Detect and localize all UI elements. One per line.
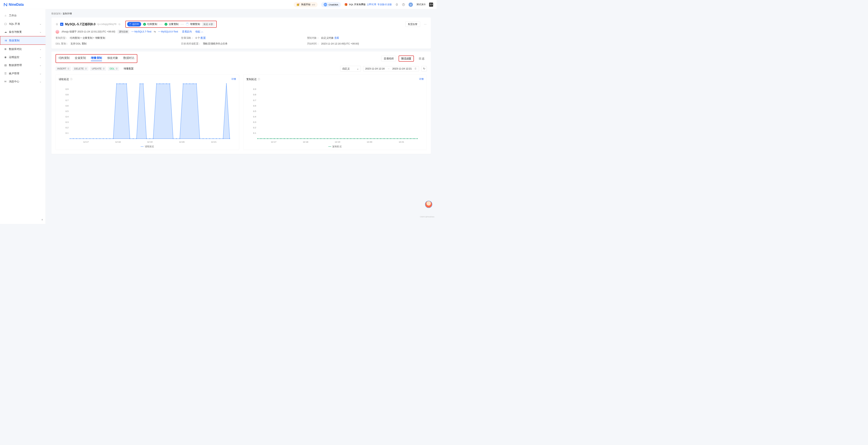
svg-point-123 — [394, 138, 395, 139]
database-icon: ▤ — [4, 64, 7, 67]
date-start: 2023-11-24 12:16 — [365, 67, 385, 70]
copy-icon: ⇉ — [4, 39, 7, 42]
source-db-link[interactable]: 〰MySQL5.7-Test — [131, 30, 151, 33]
svg-point-103 — [327, 138, 328, 139]
more-icon[interactable]: ⋯ — [424, 23, 427, 26]
svg-point-65 — [226, 83, 227, 84]
date-range-picker[interactable]: 2023-11-24 12:16 → 2023-11-24 12:21 🗓 — [363, 66, 419, 71]
rate-limit-button[interactable]: 限流设置 — [399, 56, 414, 62]
svg-point-88 — [277, 138, 278, 139]
svg-point-128 — [410, 138, 411, 139]
sidebar-item-ops[interactable]: ◉运维监控⌄ — [0, 53, 45, 61]
sidebar-item-sql[interactable]: ▢SQL 开发⌄ — [0, 20, 45, 28]
svg-point-29 — [106, 138, 107, 139]
mail-icon: ✉ — [4, 80, 7, 83]
quick-start-pill[interactable]: 🥳 快速开始 4/5 — [293, 2, 318, 7]
svg-point-35 — [126, 83, 127, 84]
logo[interactable]: NineData — [3, 3, 24, 7]
sidebar: ⌂工作台 ▢SQL 开发⌄ ☁备份与恢复⌄ ⇉数据复制 🗎数据库对比⌄ ◉运维监… — [0, 9, 46, 224]
svg-point-50 — [176, 138, 177, 139]
alert-config-button[interactable]: 配置告警 — [405, 22, 420, 27]
chatdba-pill[interactable]: AI ChatDBA — [321, 2, 341, 7]
tabs-box: 结构复制 全量复制 增量复制 修改对象 数据对比 — [56, 54, 137, 63]
chart-detail-link[interactable]: 详情 — [231, 77, 236, 81]
svg-point-118 — [377, 138, 378, 139]
user-name[interactable]: 测试演示 — [416, 3, 426, 6]
translate-icon[interactable]: 文A — [429, 3, 433, 7]
svg-point-98 — [310, 138, 311, 139]
help-icon[interactable]: ? — [258, 78, 260, 80]
svg-point-127 — [407, 138, 408, 139]
svg-text:12:18: 12:18 — [303, 141, 308, 143]
svg-point-54 — [189, 83, 190, 84]
config-alert-link[interactable]: 配置 — [200, 36, 206, 39]
collapse-link[interactable]: 收起︿ — [195, 30, 204, 34]
sidebar-item-datasource[interactable]: ▤数据源管理⌄ — [0, 61, 45, 69]
view-threads-button[interactable]: 查看线程 — [381, 56, 396, 62]
refresh-button[interactable]: ↻ — [421, 66, 427, 71]
chart-detail-link[interactable]: 详情 — [419, 77, 424, 81]
sidebar-item-replication[interactable]: ⇉数据复制 — [0, 36, 45, 45]
home-icon: ⌂ — [4, 14, 7, 17]
brand-text: NineData — [9, 3, 24, 7]
check-icon: ✓ — [143, 23, 146, 26]
pro-ent-link[interactable]: 专业版/企业版 — [377, 3, 392, 6]
pill-ddl[interactable]: DDL0 — [108, 67, 119, 71]
avatar[interactable]: U — [408, 2, 413, 7]
svg-text:0.4: 0.4 — [65, 115, 68, 118]
help-icon[interactable]: ? — [70, 78, 72, 80]
stage-struct: ✓结构复制 — [143, 23, 157, 26]
sidebar-item-msg[interactable]: ✉消息中心⌄ — [0, 77, 45, 85]
svg-point-49 — [173, 138, 174, 139]
tab-full[interactable]: 全量复制 — [75, 56, 86, 61]
tab-inc[interactable]: 增量复制 — [91, 56, 102, 61]
stage-inc: 增量复制 — [186, 23, 200, 26]
tab-modify[interactable]: 修改对象 — [107, 56, 118, 61]
pill-insert[interactable]: INSERT0 — [56, 67, 71, 71]
svg-point-110 — [350, 138, 351, 139]
db-glyph-icon: 〰 — [131, 30, 134, 33]
svg-point-20 — [76, 138, 77, 139]
sidebar-item-worktable[interactable]: ⌂工作台 — [0, 11, 45, 20]
breadcrumb: 数据复制 / 复制详情 — [52, 12, 431, 15]
bell-icon[interactable] — [395, 3, 398, 6]
sidebar-item-label: SQL 开发 — [9, 22, 20, 25]
star-icon[interactable] — [56, 23, 58, 26]
svg-rect-1 — [119, 24, 120, 25]
svg-text:0.3: 0.3 — [65, 121, 68, 124]
view-objects-link[interactable]: 查看 — [334, 36, 339, 39]
pill-delete[interactable]: DELETE0 — [72, 67, 88, 71]
collapse-sidebar-icon[interactable]: ≡ — [42, 218, 43, 221]
svg-text:0.5: 0.5 — [65, 110, 68, 112]
svg-point-87 — [274, 138, 275, 139]
logs-button[interactable]: 日 志 — [416, 56, 427, 62]
view-reverse-link[interactable]: 查看反向 — [182, 30, 192, 34]
svg-point-125 — [400, 138, 401, 139]
sidebar-item-account[interactable]: ☰账户管理⌄ — [0, 69, 45, 77]
monitor-icon: ▢ — [4, 22, 7, 25]
svg-text:0.3: 0.3 — [253, 121, 256, 124]
inc-config-link[interactable]: 增量配置 — [124, 67, 133, 70]
svg-point-89 — [281, 138, 281, 139]
sidebar-item-label: 数据源管理 — [9, 63, 22, 67]
chevron-down-icon: ⌄ — [39, 30, 42, 33]
range-select[interactable]: 自定义⌄ — [340, 66, 361, 71]
svg-point-97 — [307, 138, 308, 139]
svg-point-51 — [179, 138, 180, 139]
sidebar-item-backup[interactable]: ☁备份与恢复⌄ — [0, 28, 45, 36]
svg-point-83 — [261, 138, 261, 139]
svg-point-102 — [324, 138, 325, 139]
pill-update[interactable]: UPDATE0 — [90, 67, 106, 71]
support-avatar-float[interactable] — [425, 201, 432, 208]
breadcrumb-root[interactable]: 数据复制 — [52, 12, 61, 15]
svg-point-93 — [294, 138, 294, 139]
tab-struct[interactable]: 结构复制 — [59, 56, 69, 61]
target-db-link[interactable]: 〰MySQL8.0-Test — [158, 30, 178, 33]
sql-free-block: 🎁 SQL 开发免费版 立即试用 专业版/企业版 — [344, 3, 392, 6]
tab-compare[interactable]: 数据对比 — [123, 56, 134, 61]
svg-point-32 — [116, 83, 117, 84]
help-icon[interactable] — [402, 3, 405, 6]
sidebar-item-compare[interactable]: 🗎数据库对比⌄ — [0, 45, 45, 53]
try-now-link[interactable]: 立即试用 — [367, 3, 376, 6]
copy-icon[interactable] — [118, 23, 121, 26]
